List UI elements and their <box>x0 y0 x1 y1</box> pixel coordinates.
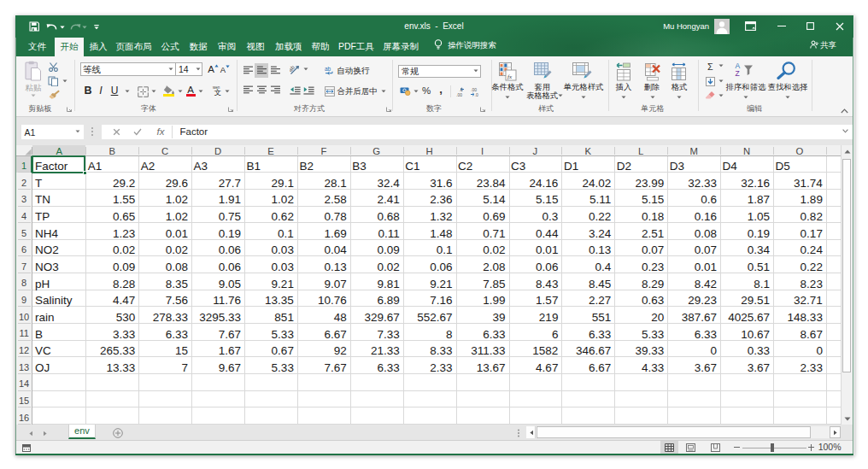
svg-text:Z: Z <box>735 69 739 77</box>
svg-text:.0: .0 <box>460 87 463 92</box>
svg-text:fx: fx <box>507 73 513 79</box>
svg-text:ab: ab <box>325 66 331 72</box>
svg-text:.0: .0 <box>474 91 478 97</box>
svg-text:.00: .00 <box>456 91 462 97</box>
svg-text:文: 文 <box>214 88 221 96</box>
